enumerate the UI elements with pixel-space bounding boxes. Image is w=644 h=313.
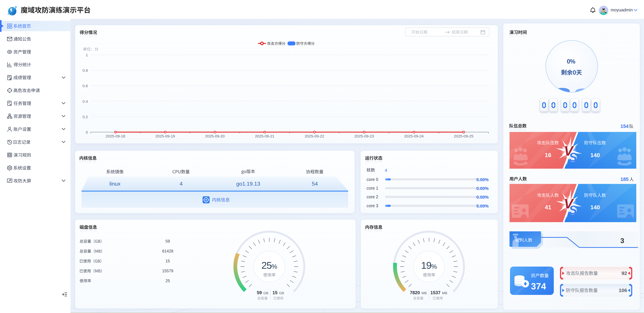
- svg-text:1: 1: [86, 53, 88, 57]
- svg-text:0.2: 0.2: [82, 115, 88, 119]
- svg-text:0.8: 0.8: [82, 68, 88, 72]
- svg-text:0.4: 0.4: [82, 99, 88, 104]
- svg-text:S: S: [569, 150, 577, 164]
- svg-text:2025-09-23: 2025-09-23: [354, 134, 374, 138]
- svg-text:S: S: [569, 203, 577, 217]
- svg-text:2025-09-21: 2025-09-21: [255, 134, 274, 138]
- svg-text:0.6: 0.6: [82, 84, 88, 88]
- svg-text:2025-09-22: 2025-09-22: [304, 134, 324, 138]
- svg-text:2025-09-20: 2025-09-20: [205, 134, 225, 138]
- svg-text:2025-09-19: 2025-09-19: [156, 134, 175, 138]
- svg-text:0: 0: [86, 130, 88, 134]
- svg-text:2025-09-25: 2025-09-25: [454, 134, 474, 138]
- svg-text:2025-09-18: 2025-09-18: [106, 134, 125, 138]
- svg-text:2025-09-24: 2025-09-24: [404, 134, 424, 138]
